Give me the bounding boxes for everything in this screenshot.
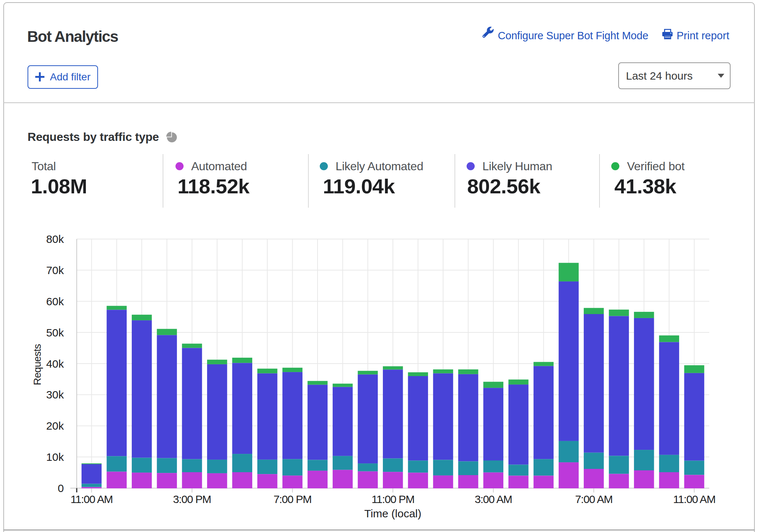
svg-text:3:00 AM: 3:00 AM	[475, 493, 512, 505]
svg-text:20k: 20k	[46, 420, 64, 432]
svg-text:11:00 PM: 11:00 PM	[372, 493, 414, 505]
svg-text:50k: 50k	[46, 327, 64, 339]
svg-text:60k: 60k	[46, 295, 64, 307]
svg-text:Requests: Requests	[32, 344, 43, 385]
svg-text:10k: 10k	[46, 451, 64, 463]
svg-text:11:00 AM: 11:00 AM	[70, 493, 113, 505]
svg-text:40k: 40k	[46, 358, 64, 370]
svg-text:80k: 80k	[46, 233, 64, 245]
svg-text:7:00 PM: 7:00 PM	[274, 493, 311, 505]
svg-text:7:00 AM: 7:00 AM	[575, 493, 613, 505]
svg-text:70k: 70k	[46, 264, 64, 276]
svg-text:3:00 PM: 3:00 PM	[173, 493, 211, 505]
svg-text:0: 0	[58, 482, 64, 494]
svg-text:30k: 30k	[46, 389, 64, 401]
svg-text:11:00 AM: 11:00 AM	[673, 493, 716, 505]
svg-text:Time (local): Time (local)	[364, 507, 421, 520]
